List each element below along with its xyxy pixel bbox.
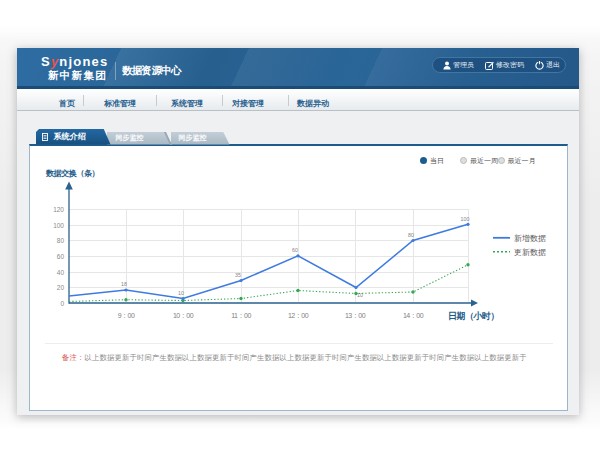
svg-text:120: 120	[53, 206, 64, 213]
svg-text:新增数据: 新增数据	[514, 234, 546, 243]
svg-text:9：00: 9：00	[118, 312, 135, 319]
svg-text:12：00: 12：00	[288, 312, 309, 319]
svg-text:10: 10	[357, 292, 363, 298]
svg-text:100: 100	[461, 216, 470, 222]
svg-text:18: 18	[121, 281, 127, 287]
svg-text:10: 10	[178, 290, 184, 296]
svg-text:80: 80	[408, 232, 414, 238]
svg-text:60: 60	[57, 253, 65, 260]
svg-text:80: 80	[57, 237, 65, 244]
svg-text:日期（小时）: 日期（小时）	[448, 311, 499, 321]
svg-text:20: 20	[57, 284, 65, 291]
svg-text:10：00: 10：00	[173, 312, 194, 319]
svg-text:60: 60	[292, 247, 298, 253]
svg-text:13：00: 13：00	[345, 312, 366, 319]
svg-text:更新数据: 更新数据	[514, 248, 546, 257]
svg-text:数据交换（条）: 数据交换（条）	[45, 169, 99, 178]
svg-text:0: 0	[60, 300, 64, 307]
svg-text:100: 100	[53, 222, 64, 229]
svg-text:40: 40	[57, 269, 65, 276]
svg-text:11：00: 11：00	[231, 312, 251, 319]
svg-text:14：00: 14：00	[403, 312, 424, 319]
svg-text:35: 35	[235, 272, 241, 278]
